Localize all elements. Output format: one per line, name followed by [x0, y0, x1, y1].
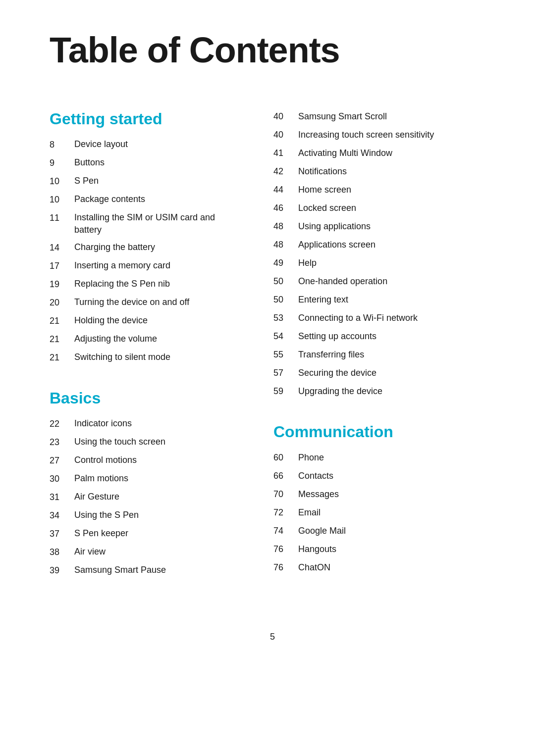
- toc-label: Device layout: [74, 138, 128, 151]
- toc-item[interactable]: 49Help: [273, 256, 495, 270]
- toc-label: Replacing the S Pen nib: [74, 278, 170, 290]
- toc-label: ChatON: [298, 561, 330, 574]
- toc-item[interactable]: 31Air Gesture: [50, 491, 244, 504]
- toc-page-num: 17: [50, 259, 74, 273]
- toc-label: Using applications: [298, 220, 371, 233]
- toc-page-num: 48: [273, 238, 298, 252]
- toc-label: Notifications: [298, 165, 347, 178]
- toc-label: Activating Multi Window: [298, 147, 392, 160]
- getting-started-section: Getting started 8Device layout9Buttons10…: [50, 110, 244, 364]
- toc-label: Using the touch screen: [74, 436, 165, 448]
- toc-page-num: 66: [273, 469, 298, 483]
- toc-item[interactable]: 44Home screen: [273, 183, 495, 197]
- toc-label: Increasing touch screen sensitivity: [298, 128, 434, 142]
- toc-label: Locked screen: [298, 202, 356, 215]
- toc-item[interactable]: 10Package contents: [50, 193, 244, 206]
- toc-label: Indicator icons: [74, 417, 132, 430]
- toc-item[interactable]: 40Increasing touch screen sensitivity: [273, 128, 495, 142]
- toc-item[interactable]: 22Indicator icons: [50, 417, 244, 431]
- toc-item[interactable]: 41Activating Multi Window: [273, 147, 495, 160]
- toc-item[interactable]: 40Samsung Smart Scroll: [273, 110, 495, 123]
- toc-page-num: 74: [273, 524, 298, 538]
- toc-label: Setting up accounts: [298, 330, 376, 343]
- toc-item[interactable]: 10S Pen: [50, 175, 244, 188]
- toc-item[interactable]: 21Adjusting the volume: [50, 333, 244, 346]
- toc-item[interactable]: 14Charging the battery: [50, 241, 244, 254]
- toc-item[interactable]: 19Replacing the S Pen nib: [50, 278, 244, 291]
- toc-item[interactable]: 70Messages: [273, 488, 495, 501]
- toc-item[interactable]: 39Samsung Smart Pause: [50, 564, 244, 577]
- communication-heading: Communication: [273, 423, 495, 441]
- toc-page-num: 72: [273, 506, 298, 519]
- toc-page-num: 19: [50, 278, 74, 291]
- toc-item[interactable]: 48Applications screen: [273, 238, 495, 252]
- toc-page-num: 42: [273, 165, 298, 178]
- footer-page-number: 5: [270, 632, 275, 642]
- toc-item[interactable]: 72Email: [273, 506, 495, 519]
- toc-item[interactable]: 21Switching to silent mode: [50, 351, 244, 364]
- toc-item[interactable]: 42Notifications: [273, 165, 495, 178]
- toc-page-num: 34: [50, 509, 74, 522]
- toc-item[interactable]: 74Google Mail: [273, 524, 495, 538]
- toc-item[interactable]: 34Using the S Pen: [50, 509, 244, 522]
- toc-page-num: 22: [50, 417, 74, 431]
- toc-label: Entering text: [298, 293, 348, 306]
- toc-item[interactable]: 66Contacts: [273, 469, 495, 483]
- toc-item[interactable]: 20Turning the device on and off: [50, 296, 244, 309]
- toc-page-num: 8: [50, 138, 74, 151]
- basics-heading: Basics: [50, 389, 244, 407]
- toc-item[interactable]: 53Connecting to a Wi-Fi network: [273, 311, 495, 325]
- left-column: Getting started 8Device layout9Buttons10…: [50, 110, 264, 602]
- communication-section: Communication 60Phone66Contacts70Message…: [273, 423, 495, 574]
- toc-item[interactable]: 23Using the touch screen: [50, 436, 244, 449]
- toc-label: Securing the device: [298, 366, 376, 380]
- toc-item[interactable]: 54Setting up accounts: [273, 330, 495, 343]
- toc-page-num: 48: [273, 220, 298, 233]
- toc-item[interactable]: 55Transferring files: [273, 348, 495, 361]
- toc-item[interactable]: 17Inserting a memory card: [50, 259, 244, 273]
- toc-item[interactable]: 50One-handed operation: [273, 275, 495, 288]
- toc-item[interactable]: 76Hangouts: [273, 543, 495, 556]
- toc-label: Switching to silent mode: [74, 351, 170, 363]
- communication-list: 60Phone66Contacts70Messages72Email74Goog…: [273, 451, 495, 574]
- toc-label: Inserting a memory card: [74, 259, 170, 272]
- toc-item[interactable]: 9Buttons: [50, 156, 244, 170]
- toc-label: Charging the battery: [74, 241, 155, 253]
- toc-item[interactable]: 48Using applications: [273, 220, 495, 233]
- toc-label: Adjusting the volume: [74, 333, 157, 345]
- toc-label: Connecting to a Wi-Fi network: [298, 311, 418, 325]
- toc-label: Home screen: [298, 183, 351, 197]
- toc-item[interactable]: 11Installing the SIM or USIM card and ba…: [50, 211, 244, 236]
- right-column: 40Samsung Smart Scroll40Increasing touch…: [264, 110, 495, 602]
- toc-page-num: 44: [273, 183, 298, 197]
- toc-item[interactable]: 21Holding the device: [50, 314, 244, 328]
- basics-list: 22Indicator icons23Using the touch scree…: [50, 417, 244, 577]
- toc-item[interactable]: 76ChatON: [273, 561, 495, 574]
- toc-label: Upgrading the device: [298, 385, 382, 398]
- toc-page-num: 59: [273, 385, 298, 398]
- toc-page-num: 23: [50, 436, 74, 449]
- toc-item[interactable]: 27Control motions: [50, 454, 244, 467]
- toc-label: Transferring files: [298, 348, 364, 361]
- toc-page-num: 41: [273, 147, 298, 160]
- toc-label: Samsung Smart Scroll: [298, 110, 387, 123]
- toc-page-num: 49: [273, 256, 298, 270]
- toc-label: Installing the SIM or USIM card and batt…: [74, 211, 244, 236]
- toc-item[interactable]: 8Device layout: [50, 138, 244, 151]
- getting-started-list: 8Device layout9Buttons10S Pen10Package c…: [50, 138, 244, 364]
- toc-page-num: 53: [273, 311, 298, 325]
- toc-item[interactable]: 30Palm motions: [50, 472, 244, 486]
- toc-item[interactable]: 59Upgrading the device: [273, 385, 495, 398]
- toc-page-num: 27: [50, 454, 74, 467]
- toc-item[interactable]: 50Entering text: [273, 293, 495, 306]
- getting-started-heading: Getting started: [50, 110, 244, 128]
- toc-item[interactable]: 57Securing the device: [273, 366, 495, 380]
- toc-label: One-handed operation: [298, 275, 387, 288]
- toc-item[interactable]: 46Locked screen: [273, 202, 495, 215]
- toc-item[interactable]: 38Air view: [50, 546, 244, 559]
- toc-item[interactable]: 60Phone: [273, 451, 495, 464]
- toc-page-num: 21: [50, 333, 74, 346]
- toc-page-num: 10: [50, 175, 74, 188]
- toc-page-num: 21: [50, 314, 74, 328]
- toc-item[interactable]: 37S Pen keeper: [50, 527, 244, 541]
